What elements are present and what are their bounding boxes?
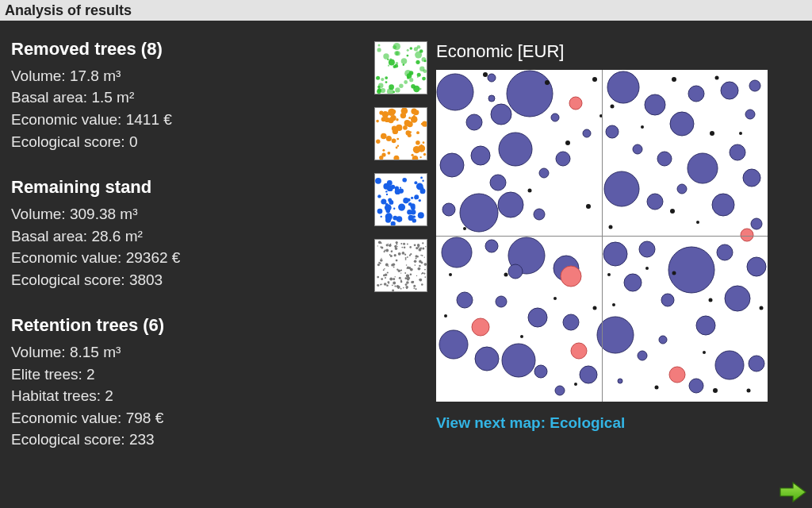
svg-point-12 xyxy=(409,47,412,50)
svg-point-390 xyxy=(710,131,714,136)
thumb-orange[interactable] xyxy=(374,107,427,160)
svg-point-263 xyxy=(419,279,420,281)
svg-point-290 xyxy=(377,284,379,287)
svg-point-39 xyxy=(404,80,408,84)
svg-point-264 xyxy=(417,267,420,271)
svg-point-174 xyxy=(393,267,394,268)
svg-point-146 xyxy=(410,203,415,208)
svg-point-34 xyxy=(399,84,403,88)
svg-point-168 xyxy=(394,286,396,287)
svg-point-152 xyxy=(418,199,420,202)
svg-point-235 xyxy=(398,277,400,279)
svg-point-167 xyxy=(400,269,401,271)
svg-point-370 xyxy=(749,356,764,371)
svg-point-142 xyxy=(393,216,397,221)
svg-point-6 xyxy=(395,51,400,56)
svg-point-239 xyxy=(414,264,416,266)
page-title: Analysis of results xyxy=(0,0,812,21)
svg-point-388 xyxy=(715,76,719,80)
thumb-gray[interactable] xyxy=(374,239,427,292)
svg-point-145 xyxy=(375,178,381,184)
svg-point-294 xyxy=(385,244,388,246)
svg-point-141 xyxy=(403,198,408,203)
svg-point-184 xyxy=(392,290,394,292)
svg-point-300 xyxy=(396,285,398,287)
svg-point-289 xyxy=(403,243,405,245)
svg-point-362 xyxy=(747,257,766,276)
svg-point-163 xyxy=(398,189,403,194)
svg-point-368 xyxy=(696,316,715,335)
svg-point-371 xyxy=(689,379,703,393)
svg-point-64 xyxy=(376,140,380,144)
svg-point-274 xyxy=(413,287,415,289)
svg-point-31 xyxy=(387,59,389,60)
svg-point-265 xyxy=(388,283,389,284)
view-next-map-link[interactable]: View next map: Ecological xyxy=(436,414,788,432)
svg-point-322 xyxy=(551,114,559,121)
svg-point-68 xyxy=(387,152,390,155)
svg-point-149 xyxy=(385,190,387,192)
thumb-blue[interactable] xyxy=(374,173,427,226)
svg-point-179 xyxy=(386,284,389,287)
svg-point-392 xyxy=(670,209,675,214)
svg-point-42 xyxy=(416,76,418,78)
svg-point-285 xyxy=(404,283,407,286)
svg-point-320 xyxy=(556,152,570,166)
next-arrow-button[interactable] xyxy=(779,481,807,503)
svg-point-236 xyxy=(415,288,416,290)
svg-point-134 xyxy=(385,203,388,206)
svg-point-352 xyxy=(502,344,535,377)
svg-point-98 xyxy=(393,156,399,160)
svg-point-207 xyxy=(415,258,416,260)
svg-point-204 xyxy=(421,255,423,256)
svg-point-245 xyxy=(384,274,386,276)
svg-point-199 xyxy=(423,263,427,266)
svg-point-402 xyxy=(607,273,611,276)
svg-point-304 xyxy=(380,246,381,248)
svg-point-334 xyxy=(647,194,663,210)
svg-point-226 xyxy=(382,269,384,271)
svg-point-271 xyxy=(422,242,423,244)
svg-point-306 xyxy=(488,74,496,82)
svg-point-229 xyxy=(389,244,392,248)
svg-point-50 xyxy=(377,48,381,52)
svg-point-256 xyxy=(413,244,416,246)
svg-point-286 xyxy=(392,263,395,266)
svg-point-67 xyxy=(423,153,425,156)
svg-point-84 xyxy=(411,109,416,114)
svg-point-319 xyxy=(539,168,549,178)
svg-point-29 xyxy=(422,77,426,81)
svg-point-242 xyxy=(400,288,401,290)
svg-point-130 xyxy=(377,209,382,214)
svg-point-398 xyxy=(593,306,597,310)
svg-point-150 xyxy=(399,206,404,210)
svg-point-395 xyxy=(449,273,452,276)
retention-eco: Ecological score: 233 xyxy=(11,429,365,451)
thumb-green[interactable] xyxy=(374,41,427,94)
svg-point-316 xyxy=(460,194,498,232)
svg-point-147 xyxy=(385,209,390,214)
svg-point-89 xyxy=(392,110,396,114)
svg-point-127 xyxy=(414,181,417,184)
svg-point-341 xyxy=(442,237,472,267)
svg-point-224 xyxy=(385,277,386,279)
svg-point-360 xyxy=(661,294,674,306)
svg-point-43 xyxy=(395,87,400,92)
svg-point-394 xyxy=(609,225,613,229)
svg-point-25 xyxy=(387,65,389,67)
svg-point-325 xyxy=(688,86,704,102)
svg-point-296 xyxy=(422,248,424,250)
svg-point-257 xyxy=(411,281,413,283)
svg-point-347 xyxy=(496,296,507,307)
svg-point-375 xyxy=(472,318,489,336)
svg-point-27 xyxy=(380,88,385,93)
map-divider-horizontal xyxy=(436,236,768,237)
svg-point-95 xyxy=(395,147,397,149)
svg-point-206 xyxy=(381,278,383,280)
svg-point-261 xyxy=(394,248,396,250)
svg-point-92 xyxy=(381,133,387,140)
svg-point-307 xyxy=(507,71,553,117)
svg-point-217 xyxy=(405,264,407,266)
svg-point-323 xyxy=(607,71,639,103)
economic-map[interactable] xyxy=(436,70,768,402)
